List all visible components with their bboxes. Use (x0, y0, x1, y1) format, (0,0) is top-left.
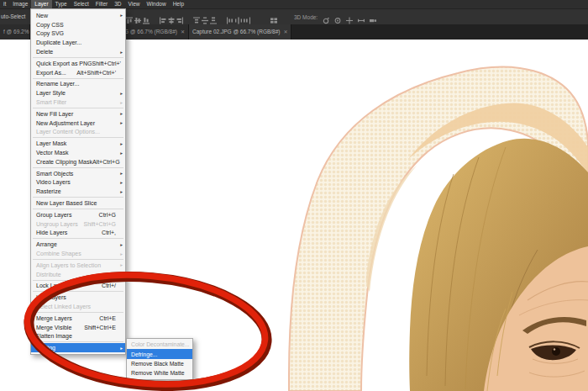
menu-separator (33, 238, 123, 239)
menu-item-shortcut: Shift+Ctrl+G (83, 221, 118, 227)
menu-item-new-layer-based-slice[interactable]: New Layer Based Slice (31, 198, 125, 208)
menu-item-link-layers[interactable]: Link Layers (31, 293, 125, 302)
icon-group (126, 13, 150, 20)
menu-item-copy-css[interactable]: Copy CSS (31, 20, 125, 29)
menu-item-export-as[interactable]: Export As...Alt+Shift+Ctrl+' (31, 68, 125, 77)
menu-item-label: Link Layers (36, 294, 66, 300)
menu-item-remove-white-matte[interactable]: Remove White Matte (127, 368, 192, 378)
menu-item-label: Hide Layers (36, 230, 67, 235)
menu-item-create-clipping-mask[interactable]: Create Clipping MaskAlt+Ctrl+G (31, 157, 125, 166)
menu-item-label: Duplicate Layer... (36, 40, 81, 45)
menubar-item-filter[interactable]: Filter (92, 0, 111, 8)
align-vcenter-icon[interactable] (134, 13, 141, 20)
menu-item-shortcut: Ctrl+/ (102, 283, 118, 288)
menu-item-label: Quick Export as PNG (36, 61, 92, 66)
3d-pan-icon[interactable] (346, 13, 353, 20)
menubar-item-type[interactable]: Type (52, 0, 71, 8)
menu-item-merge-visible[interactable]: Merge VisibleShift+Ctrl+E (31, 323, 125, 332)
menu-item-rename-layer[interactable]: Rename Layer... (31, 80, 125, 89)
menu-item-label: Video Layers (36, 179, 71, 185)
menu-item-lock-layers[interactable]: Lock Layers...Ctrl+/ (31, 282, 125, 291)
submenu-arrow-icon: ▸ (118, 141, 123, 146)
menu-item-hide-layers[interactable]: Hide LayersCtrl+, (31, 229, 125, 238)
tab-close-icon[interactable]: ✕ (284, 29, 288, 34)
menubar-item-select[interactable]: Select (71, 0, 92, 8)
menu-item-new[interactable]: New▸ (31, 11, 125, 20)
auto-align-icon[interactable] (270, 13, 277, 28)
3d-mode-label: 3D Mode: (294, 14, 318, 20)
3d-zoom-icon[interactable] (370, 13, 376, 20)
menubar-item-it[interactable]: it (0, 0, 9, 8)
menu-item-label: Layer Mask (36, 140, 66, 146)
3d-slide-icon[interactable] (358, 13, 365, 20)
menu-item-label: New Fill Layer (36, 111, 73, 117)
menubar-item-layer[interactable]: Layer (31, 0, 51, 8)
menu-item-layer-style[interactable]: Layer Style▸ (31, 88, 125, 98)
dist-right-icon[interactable] (244, 13, 250, 20)
menu-item-arrange[interactable]: Arrange▸ (31, 240, 125, 249)
menu-item-label: Combine Shapes (36, 251, 81, 256)
menubar-item-view[interactable]: View (125, 0, 144, 8)
menu-item-shortcut: Shift+Ctrl+E (84, 325, 118, 330)
menu-item-label: Rename Layer... (36, 81, 79, 87)
menu-separator (33, 291, 123, 292)
menu-item-quick-export-as-png[interactable]: Quick Export as PNGShift+Ctrl+' (31, 59, 125, 68)
align-bottom-icon[interactable] (143, 13, 150, 20)
menu-item-merge-layers[interactable]: Merge LayersCtrl+E (31, 314, 125, 323)
menu-item-copy-svg[interactable]: Copy SVG (31, 29, 125, 39)
menu-item-label: Lock Layers... (36, 283, 73, 288)
menu-item-layer-content-options: Layer Content Options... (31, 128, 125, 137)
dist-hcenter-icon[interactable] (235, 13, 242, 20)
menu-item-delete[interactable]: Delete▸ (31, 47, 125, 56)
menu-separator (33, 259, 123, 260)
menu-item-label: Copy CSS (36, 22, 64, 28)
tab-close-icon[interactable]: ✕ (181, 29, 185, 34)
menu-item-defringe[interactable]: Defringe... (127, 349, 192, 358)
menu-item-new-fill-layer[interactable]: New Fill Layer▸ (31, 109, 125, 119)
align-left-icon[interactable] (160, 13, 166, 20)
align-right-icon[interactable] (176, 13, 183, 20)
menu-item-label: Align Layers to Selection (36, 262, 101, 268)
menu-bar: itImageLayerTypeSelectFilter3DViewWindow… (0, 0, 588, 8)
menu-item-label: Smart Filter (36, 99, 66, 105)
dist-bottom-icon[interactable] (210, 13, 217, 20)
menu-item-label: New (36, 13, 48, 18)
3d-orbit-icon[interactable] (323, 13, 329, 20)
submenu-arrow-icon: ▸ (118, 120, 123, 125)
3d-mode-icons (323, 13, 376, 20)
submenu-arrow-icon: ▸ (118, 189, 123, 194)
menu-item-flatten-image[interactable]: Flatten Image (31, 332, 125, 341)
menu-item-group-layers[interactable]: Group LayersCtrl+G (31, 210, 125, 219)
menu-separator (33, 312, 123, 313)
menu-item-layer-mask[interactable]: Layer Mask▸ (31, 139, 125, 148)
menubar-item-window[interactable]: Window (144, 0, 170, 8)
dist-left-icon[interactable] (227, 13, 234, 20)
dist-top-icon[interactable] (193, 13, 200, 20)
menu-item-remove-black-matte[interactable]: Remove Black Matte (127, 359, 192, 368)
submenu-arrow-icon: ▸ (118, 242, 123, 247)
menu-item-combine-shapes: Combine Shapes▸ (31, 249, 125, 258)
submenu-arrow-icon: ▸ (118, 251, 123, 256)
menu-item-vector-mask[interactable]: Vector Mask▸ (31, 148, 125, 157)
menu-item-video-layers[interactable]: Video Layers▸ (31, 178, 125, 188)
menu-item-align-layers-to-selection: Align Layers to Selection▸ (31, 261, 125, 270)
menu-item-smart-objects[interactable]: Smart Objects▸ (31, 169, 125, 178)
menu-item-ungroup-layers: Ungroup LayersShift+Ctrl+G (31, 219, 125, 229)
dist-vcenter-icon[interactable] (202, 13, 208, 20)
menu-item-rasterize[interactable]: Rasterize▸ (31, 187, 125, 196)
menu-item-matting[interactable]: Matting▸ (31, 343, 125, 352)
menubar-item-image[interactable]: Image (9, 0, 31, 8)
menu-item-new-adjustment-layer[interactable]: New Adjustment Layer▸ (31, 119, 125, 128)
menubar-item-3d[interactable]: 3D (111, 0, 124, 8)
menu-item-label: Matting (36, 345, 55, 351)
document-tab[interactable]: f @ 69.2% ( (0, 24, 30, 40)
menu-item-label: Flatten Image (36, 333, 72, 339)
menu-item-label: Copy SVG (36, 30, 64, 36)
align-hcenter-icon[interactable] (168, 13, 175, 20)
menu-item-shortcut: Ctrl+E (99, 315, 118, 321)
3d-roll-icon[interactable] (334, 13, 341, 20)
menubar-item-help[interactable]: Help (170, 0, 187, 8)
menu-item-duplicate-layer[interactable]: Duplicate Layer... (31, 38, 125, 47)
menu-item-label: New Layer Based Slice (36, 200, 97, 206)
align-top-icon[interactable] (126, 13, 133, 20)
